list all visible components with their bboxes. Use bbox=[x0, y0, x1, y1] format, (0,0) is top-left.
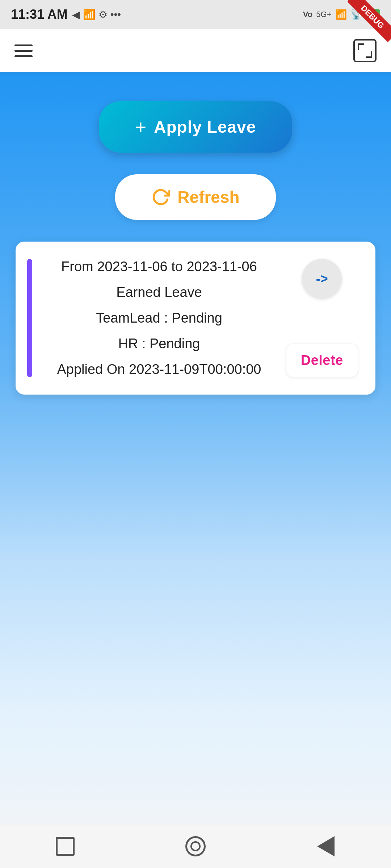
apply-leave-label: Apply Leave bbox=[154, 117, 256, 137]
status-icons: ◀ 📶 ⚙ ••• bbox=[72, 9, 121, 21]
refresh-icon bbox=[151, 188, 170, 207]
more-icon: ••• bbox=[110, 9, 121, 20]
leave-type-text: Earned Leave bbox=[43, 285, 275, 300]
refresh-button[interactable]: Refresh bbox=[115, 174, 276, 220]
detail-arrow-button[interactable]: -> bbox=[302, 259, 342, 299]
arrow-label: -> bbox=[316, 271, 328, 286]
card-content: From 2023-11-06 to 2023-11-06 Earned Lea… bbox=[43, 259, 275, 377]
hr-status-text: HR : Pending bbox=[43, 336, 275, 352]
wifi-icon: 📶 bbox=[83, 9, 96, 21]
hamburger-menu-button[interactable] bbox=[14, 44, 33, 57]
leave-card: From 2023-11-06 to 2023-11-06 Earned Lea… bbox=[16, 242, 375, 395]
nav-home-button[interactable] bbox=[181, 832, 210, 861]
teamlead-status-text: TeamLead : Pending bbox=[43, 310, 275, 326]
nav-back-button[interactable] bbox=[311, 832, 340, 861]
debug-ribbon: DEBUG bbox=[348, 0, 391, 43]
applied-on-text: Applied On 2023-11-09T00:00:00 bbox=[43, 362, 275, 377]
signal-icon: 5G+ bbox=[316, 10, 331, 19]
status-bar: 11:31 AM ◀ 📶 ⚙ ••• Vo 5G+ 📶 📡 60 bbox=[0, 0, 391, 29]
refresh-label: Refresh bbox=[177, 187, 239, 207]
signal-bars-icon: 📶 bbox=[335, 9, 347, 20]
nav-square-button[interactable] bbox=[51, 832, 80, 861]
delete-label: Delete bbox=[301, 353, 343, 368]
bottom-nav-bar bbox=[0, 825, 391, 868]
main-content: + Apply Leave Refresh From 2023-11-06 to… bbox=[0, 72, 391, 825]
apply-leave-plus-icon: + bbox=[135, 116, 147, 138]
home-icon bbox=[185, 836, 206, 856]
card-accent-border bbox=[27, 259, 32, 377]
debug-label: DEBUG bbox=[348, 0, 391, 42]
card-actions: -> Delete bbox=[286, 259, 358, 377]
back-icon bbox=[317, 836, 335, 856]
delete-button[interactable]: Delete bbox=[286, 344, 358, 377]
hamburger-line-2 bbox=[14, 50, 33, 52]
square-icon bbox=[56, 837, 75, 856]
header-bar bbox=[0, 29, 391, 72]
vo-lte-icon: Vo bbox=[303, 10, 312, 19]
date-range-text: From 2023-11-06 to 2023-11-06 bbox=[43, 259, 275, 275]
hamburger-line-1 bbox=[14, 44, 33, 46]
apply-leave-button[interactable]: + Apply Leave bbox=[99, 101, 293, 153]
hamburger-line-3 bbox=[14, 55, 33, 57]
settings-icon: ⚙ bbox=[98, 9, 108, 21]
status-left: 11:31 AM ◀ 📶 ⚙ ••• bbox=[11, 7, 121, 22]
location-icon: ◀ bbox=[72, 9, 80, 21]
status-time: 11:31 AM bbox=[11, 7, 68, 22]
